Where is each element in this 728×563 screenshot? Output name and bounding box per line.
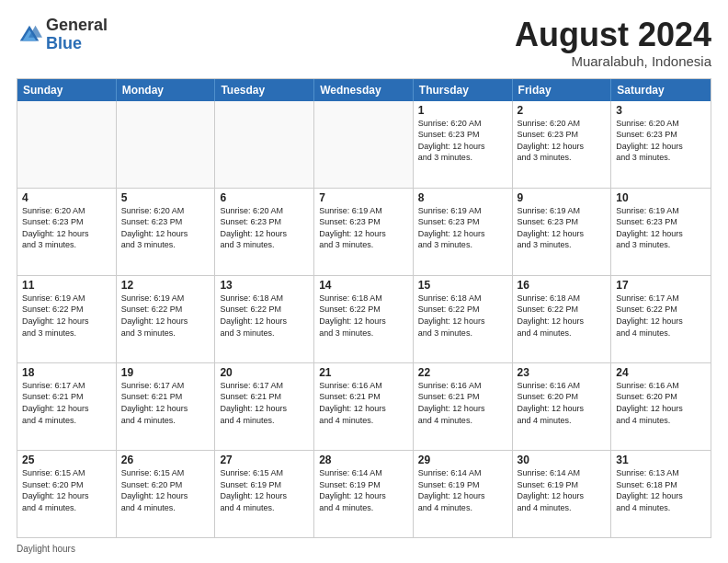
day-number: 14 bbox=[319, 279, 408, 292]
day-cell: 31Sunrise: 6:13 AM Sunset: 6:18 PM Dayli… bbox=[611, 451, 711, 537]
day-number: 20 bbox=[220, 366, 309, 379]
day-number: 16 bbox=[518, 279, 607, 292]
day-cell: 26Sunrise: 6:15 AM Sunset: 6:20 PM Dayli… bbox=[117, 451, 216, 537]
day-cell: 17Sunrise: 6:17 AM Sunset: 6:22 PM Dayli… bbox=[611, 276, 711, 362]
day-cell bbox=[17, 101, 117, 188]
calendar-day-name: Monday bbox=[117, 79, 216, 101]
page: General Blue August 2024 Muaralabuh, Ind… bbox=[0, 0, 728, 563]
day-number: 1 bbox=[418, 104, 507, 117]
day-info: Sunrise: 6:19 AM Sunset: 6:22 PM Dayligh… bbox=[22, 293, 111, 339]
month-year: August 2024 bbox=[515, 17, 711, 53]
day-cell: 5Sunrise: 6:20 AM Sunset: 6:23 PM Daylig… bbox=[117, 189, 216, 275]
day-info: Sunrise: 6:16 AM Sunset: 6:20 PM Dayligh… bbox=[616, 380, 706, 426]
calendar-day-name: Saturday bbox=[611, 79, 711, 101]
logo: General Blue bbox=[17, 17, 108, 53]
day-info: Sunrise: 6:20 AM Sunset: 6:23 PM Dayligh… bbox=[121, 205, 210, 251]
day-cell: 18Sunrise: 6:17 AM Sunset: 6:21 PM Dayli… bbox=[17, 363, 117, 450]
day-cell: 29Sunrise: 6:14 AM Sunset: 6:19 PM Dayli… bbox=[414, 451, 513, 537]
day-number: 27 bbox=[220, 454, 309, 466]
day-info: Sunrise: 6:18 AM Sunset: 6:22 PM Dayligh… bbox=[220, 293, 309, 339]
day-info: Sunrise: 6:17 AM Sunset: 6:21 PM Dayligh… bbox=[121, 380, 210, 426]
day-cell bbox=[117, 101, 216, 188]
day-cell: 21Sunrise: 6:16 AM Sunset: 6:21 PM Dayli… bbox=[314, 363, 414, 450]
day-number: 9 bbox=[518, 191, 607, 204]
day-cell: 9Sunrise: 6:19 AM Sunset: 6:23 PM Daylig… bbox=[513, 189, 612, 275]
day-number: 11 bbox=[22, 279, 111, 292]
day-number: 23 bbox=[518, 366, 607, 379]
day-info: Sunrise: 6:14 AM Sunset: 6:19 PM Dayligh… bbox=[319, 467, 408, 513]
calendar-day-name: Thursday bbox=[414, 79, 513, 101]
calendar-header: SundayMondayTuesdayWednesdayThursdayFrid… bbox=[17, 79, 711, 101]
day-number: 25 bbox=[22, 454, 111, 466]
day-cell: 14Sunrise: 6:18 AM Sunset: 6:22 PM Dayli… bbox=[314, 276, 414, 362]
day-number: 10 bbox=[616, 191, 706, 204]
day-info: Sunrise: 6:14 AM Sunset: 6:19 PM Dayligh… bbox=[518, 467, 607, 513]
title-block: August 2024 Muaralabuh, Indonesia bbox=[515, 17, 711, 69]
day-info: Sunrise: 6:20 AM Sunset: 6:23 PM Dayligh… bbox=[220, 205, 309, 251]
day-info: Sunrise: 6:19 AM Sunset: 6:23 PM Dayligh… bbox=[518, 205, 607, 251]
day-info: Sunrise: 6:15 AM Sunset: 6:20 PM Dayligh… bbox=[22, 467, 111, 513]
day-cell: 11Sunrise: 6:19 AM Sunset: 6:22 PM Dayli… bbox=[17, 276, 117, 362]
day-number: 24 bbox=[616, 366, 706, 379]
day-number: 31 bbox=[616, 454, 706, 466]
day-cell bbox=[215, 101, 314, 188]
day-number: 28 bbox=[319, 454, 408, 466]
day-number: 19 bbox=[121, 366, 210, 379]
day-info: Sunrise: 6:18 AM Sunset: 6:22 PM Dayligh… bbox=[518, 293, 607, 339]
calendar-day-name: Sunday bbox=[17, 79, 117, 101]
day-cell: 12Sunrise: 6:19 AM Sunset: 6:22 PM Dayli… bbox=[117, 276, 216, 362]
day-info: Sunrise: 6:15 AM Sunset: 6:19 PM Dayligh… bbox=[220, 467, 309, 513]
calendar-day-name: Friday bbox=[513, 79, 612, 101]
day-cell bbox=[314, 101, 414, 188]
calendar-body: 1Sunrise: 6:20 AM Sunset: 6:23 PM Daylig… bbox=[17, 101, 711, 537]
day-info: Sunrise: 6:20 AM Sunset: 6:23 PM Dayligh… bbox=[616, 118, 706, 164]
day-info: Sunrise: 6:16 AM Sunset: 6:20 PM Dayligh… bbox=[518, 380, 607, 426]
day-cell: 16Sunrise: 6:18 AM Sunset: 6:22 PM Dayli… bbox=[513, 276, 612, 362]
day-cell: 10Sunrise: 6:19 AM Sunset: 6:23 PM Dayli… bbox=[611, 189, 711, 275]
location: Muaralabuh, Indonesia bbox=[515, 53, 711, 69]
day-cell: 8Sunrise: 6:19 AM Sunset: 6:23 PM Daylig… bbox=[414, 189, 513, 275]
day-cell: 24Sunrise: 6:16 AM Sunset: 6:20 PM Dayli… bbox=[611, 363, 711, 450]
day-info: Sunrise: 6:20 AM Sunset: 6:23 PM Dayligh… bbox=[22, 205, 111, 251]
day-info: Sunrise: 6:19 AM Sunset: 6:23 PM Dayligh… bbox=[418, 205, 507, 251]
day-number: 15 bbox=[418, 279, 507, 292]
day-cell: 13Sunrise: 6:18 AM Sunset: 6:22 PM Dayli… bbox=[215, 276, 314, 362]
day-info: Sunrise: 6:17 AM Sunset: 6:21 PM Dayligh… bbox=[220, 380, 309, 426]
day-cell: 20Sunrise: 6:17 AM Sunset: 6:21 PM Dayli… bbox=[215, 363, 314, 450]
day-info: Sunrise: 6:20 AM Sunset: 6:23 PM Dayligh… bbox=[518, 118, 607, 164]
day-number: 13 bbox=[220, 279, 309, 292]
day-number: 5 bbox=[121, 191, 210, 204]
day-cell: 2Sunrise: 6:20 AM Sunset: 6:23 PM Daylig… bbox=[513, 101, 612, 188]
day-number: 29 bbox=[418, 454, 507, 466]
day-info: Sunrise: 6:14 AM Sunset: 6:19 PM Dayligh… bbox=[418, 467, 507, 513]
day-number: 30 bbox=[518, 454, 607, 466]
week-row: 1Sunrise: 6:20 AM Sunset: 6:23 PM Daylig… bbox=[17, 101, 711, 188]
generalblue-logo-icon bbox=[17, 22, 42, 48]
day-info: Sunrise: 6:17 AM Sunset: 6:21 PM Dayligh… bbox=[22, 380, 111, 426]
day-info: Sunrise: 6:20 AM Sunset: 6:23 PM Dayligh… bbox=[418, 118, 507, 164]
day-number: 4 bbox=[22, 191, 111, 204]
day-info: Sunrise: 6:16 AM Sunset: 6:21 PM Dayligh… bbox=[418, 380, 507, 426]
day-number: 3 bbox=[616, 104, 706, 117]
day-info: Sunrise: 6:15 AM Sunset: 6:20 PM Dayligh… bbox=[121, 467, 210, 513]
day-cell: 1Sunrise: 6:20 AM Sunset: 6:23 PM Daylig… bbox=[414, 101, 513, 188]
day-number: 2 bbox=[518, 104, 607, 117]
day-number: 22 bbox=[418, 366, 507, 379]
week-row: 4Sunrise: 6:20 AM Sunset: 6:23 PM Daylig… bbox=[17, 188, 711, 275]
day-cell: 7Sunrise: 6:19 AM Sunset: 6:23 PM Daylig… bbox=[314, 189, 414, 275]
day-info: Sunrise: 6:17 AM Sunset: 6:22 PM Dayligh… bbox=[616, 293, 706, 339]
day-number: 18 bbox=[22, 366, 111, 379]
day-cell: 23Sunrise: 6:16 AM Sunset: 6:20 PM Dayli… bbox=[513, 363, 612, 450]
day-info: Sunrise: 6:16 AM Sunset: 6:21 PM Dayligh… bbox=[319, 380, 408, 426]
logo-text: General Blue bbox=[46, 17, 108, 53]
day-cell: 28Sunrise: 6:14 AM Sunset: 6:19 PM Dayli… bbox=[314, 451, 414, 537]
day-info: Sunrise: 6:18 AM Sunset: 6:22 PM Dayligh… bbox=[418, 293, 507, 339]
footer: Daylight hours bbox=[17, 544, 711, 554]
day-cell: 27Sunrise: 6:15 AM Sunset: 6:19 PM Dayli… bbox=[215, 451, 314, 537]
week-row: 18Sunrise: 6:17 AM Sunset: 6:21 PM Dayli… bbox=[17, 362, 711, 450]
day-cell: 6Sunrise: 6:20 AM Sunset: 6:23 PM Daylig… bbox=[215, 189, 314, 275]
day-cell: 3Sunrise: 6:20 AM Sunset: 6:23 PM Daylig… bbox=[611, 101, 711, 188]
week-row: 25Sunrise: 6:15 AM Sunset: 6:20 PM Dayli… bbox=[17, 450, 711, 537]
day-info: Sunrise: 6:19 AM Sunset: 6:22 PM Dayligh… bbox=[121, 293, 210, 339]
day-cell: 4Sunrise: 6:20 AM Sunset: 6:23 PM Daylig… bbox=[17, 189, 117, 275]
